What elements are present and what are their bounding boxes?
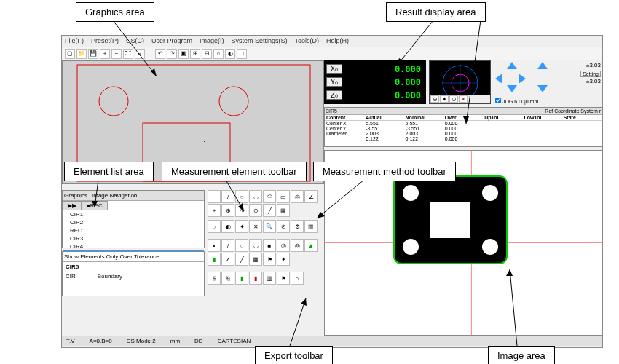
con-green-icon[interactable]: ▮ [208,253,221,266]
jog-z-up-icon[interactable] [537,62,548,69]
meth-cross-icon[interactable]: ✕ [249,220,262,233]
menu-userprog[interactable]: User Program [151,37,192,45]
con-angle-icon[interactable]: ∠ [221,253,234,266]
tool-new-icon[interactable]: ▢ [65,49,75,59]
table-row[interactable]: Center X5.5515.5510.000 [325,121,602,126]
rt-col: Over [443,115,483,120]
jog-right-icon[interactable] [519,74,526,84]
con-arc-icon[interactable]: ◡ [249,239,262,252]
exp-house-icon[interactable]: ⌂ [291,272,304,285]
meth-gear-icon[interactable]: ⚙ [291,220,304,233]
exp-flag-icon[interactable]: ⚑ [277,272,290,285]
elem-point-icon[interactable]: · [208,190,221,203]
jog-z-down-icon[interactable] [537,85,548,92]
con-flag-icon[interactable]: ⚑ [263,253,276,266]
menu-cs[interactable]: CS(C) [126,37,144,45]
elem-rect-icon[interactable]: ▭ [277,190,290,203]
elem-line-icon[interactable]: / [221,190,234,203]
tool-d-icon[interactable]: ⊞ [190,49,200,59]
jog-up-icon[interactable] [507,62,517,69]
meth-circle-icon[interactable]: ○ [208,220,221,233]
scope-opt4-icon[interactable]: ✕ [459,95,468,103]
con-slash-icon[interactable]: ╱ [235,253,248,266]
menu-file[interactable]: File(F) [65,37,84,45]
status-f4: mm [170,338,180,344]
con-tri-icon[interactable]: ▲ [304,239,318,252]
meth-half-icon[interactable]: ◐ [221,220,234,233]
exp-word-icon[interactable]: ▮ [249,272,262,285]
callout-result: Result display area [386,2,486,22]
table-row[interactable]: Center Y-3.551-3.5510.000 [325,126,602,131]
exp-b-icon[interactable]: ⎗ [221,272,234,285]
elem-ring-icon[interactable]: ◎ [291,190,304,203]
elem-slash-icon[interactable]: ╱ [263,204,276,217]
exp-chart-icon[interactable]: ▥ [263,272,276,285]
table-row[interactable]: Diameter2.0032.0030.000 [325,131,602,136]
tool-c-icon[interactable]: ▣ [178,49,189,59]
jog-unit: mm [530,99,539,104]
elem-circle-icon[interactable]: ○ [235,190,248,203]
jog-mode-checkbox[interactable] [495,98,501,103]
elem-arc-icon[interactable]: ◡ [249,190,262,203]
exp-excel-icon[interactable]: ▮ [235,272,248,285]
tool-h-icon[interactable]: □ [237,49,247,59]
menu-tools[interactable]: Tools(D) [295,37,320,45]
meth-star-icon[interactable]: ✦ [235,220,248,233]
table-row[interactable]: 0.1220.1220.000 [325,136,602,141]
jog-down-icon[interactable] [507,85,517,92]
con-ring2-icon[interactable]: ◎ [291,239,304,252]
elem-ellipse-icon[interactable]: ⬭ [263,190,276,203]
tool-g-icon[interactable]: ◐ [225,49,235,59]
con-dot-icon[interactable]: • [208,239,221,252]
tool-layer-icon[interactable]: ≡ [135,49,145,59]
scope-view[interactable]: ⊕ ✦ ⊙ ✕ [429,60,491,104]
tool-f-icon[interactable]: ○ [213,49,224,59]
tool-zoom-in-icon[interactable]: + [100,49,110,59]
elem-wavy-icon[interactable]: ∿ [235,204,248,217]
jog-setting-button[interactable]: Setting [580,71,601,77]
list-item[interactable]: REC1 [63,226,204,234]
list-item[interactable]: CIR2 [63,218,204,226]
elem-plus-icon[interactable]: + [208,204,221,217]
list-item[interactable]: CIR4 [63,242,204,250]
elem-angle-icon[interactable]: ∠ [304,190,318,203]
callout-meas-elem: Measurement element toolbar [162,162,307,181]
scope-opt2-icon[interactable]: ✦ [440,95,449,103]
tab-rec-icon[interactable]: ●REC [82,201,108,210]
elem-globe-icon[interactable]: ⊕ [221,204,234,217]
tool-open-icon[interactable]: 📁 [76,49,87,59]
exp-a-icon[interactable]: ⎘ [208,272,221,285]
menu-image[interactable]: Image(I) [200,37,224,45]
meth-mag-icon[interactable]: 🔍 [263,220,276,233]
tab-play-icon[interactable]: ▶▶ [63,201,82,210]
menu-preset[interactable]: Preset(P) [91,37,119,45]
rt-subtitle: Ref Coordinate System r [545,108,601,114]
list-item[interactable]: CIR1 [63,210,204,218]
tool-save-icon[interactable]: 💾 [88,49,98,59]
elem-hatch-icon[interactable]: ▦ [277,204,290,217]
svg-point-20 [204,141,205,142]
jog-left-icon[interactable] [495,74,502,84]
tool-zoom-out-icon[interactable]: − [111,49,122,59]
scope-opt1-icon[interactable]: ⊕ [430,95,439,103]
tool-b-icon[interactable]: ↷ [167,49,177,59]
scope-opt3-icon[interactable]: ⊙ [449,95,458,103]
menu-settings[interactable]: System Settings(S) [232,37,288,45]
meth-target-icon[interactable]: ⊙ [277,220,290,233]
status-f2: A=0.B=0 [90,338,112,344]
con-hatch-icon[interactable]: ▦ [249,253,262,266]
tool-fit-icon[interactable]: ⛶ [123,49,133,59]
list-item[interactable]: CIR3 [63,234,204,242]
con-star-icon[interactable]: ✦ [277,253,290,266]
elem-target-icon[interactable]: ⊙ [249,204,262,217]
rt-col: UpTol [483,115,522,120]
con-circle-icon[interactable]: ○ [235,239,248,252]
con-box-icon[interactable]: ■ [263,239,276,252]
con-line-icon[interactable]: / [221,239,234,252]
svg-point-18 [219,87,248,116]
con-ring-icon[interactable]: ◎ [277,239,290,252]
tool-a-icon[interactable]: ↶ [155,49,165,59]
menu-help[interactable]: Help(H) [326,37,349,45]
meth-chart-icon[interactable]: ▥ [304,220,318,233]
tool-e-icon[interactable]: ⊟ [202,49,212,59]
